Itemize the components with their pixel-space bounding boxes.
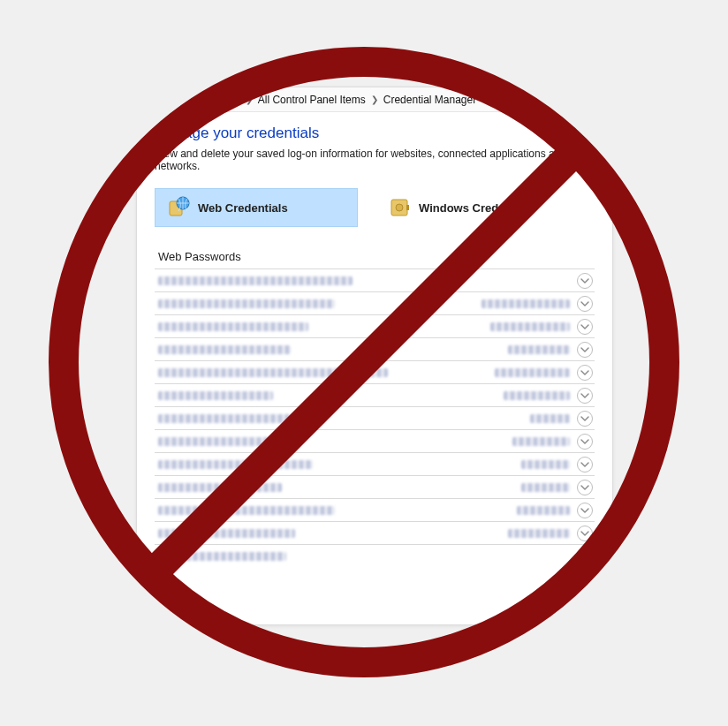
credential-site-blurred (158, 552, 286, 561)
tab-windows-label: Windows Credentials (419, 201, 535, 215)
credential-site-blurred (158, 368, 388, 377)
page-subtitle: View and delete your saved log-on inform… (155, 147, 595, 172)
chevron-right-icon: ❯ (246, 95, 253, 104)
credential-detail-blurred (482, 299, 570, 308)
credential-detail-blurred (490, 322, 570, 331)
chevron-down-icon[interactable] (577, 365, 593, 381)
credential-row[interactable] (155, 360, 595, 383)
credential-detail-blurred (530, 414, 570, 423)
svg-rect-7 (406, 205, 409, 210)
tab-web-label: Web Credentials (198, 201, 288, 215)
credential-detail-blurred (495, 368, 570, 377)
breadcrumb-item-control-panel[interactable]: Control Panel (176, 94, 240, 106)
credential-detail-blurred (517, 506, 570, 515)
credential-row[interactable] (155, 406, 595, 429)
tab-web-credentials[interactable]: Web Credentials (155, 188, 358, 227)
page-title: Manage your credentials (155, 125, 595, 142)
chevron-right-icon: ❯ (163, 95, 171, 104)
chevron-down-icon[interactable] (577, 411, 593, 427)
credential-row[interactable] (155, 544, 595, 567)
credential-site-blurred (158, 506, 335, 515)
chevron-down-icon[interactable] (577, 296, 593, 312)
credential-site-blurred (158, 529, 295, 538)
credential-row[interactable] (155, 383, 595, 406)
credential-detail-blurred (521, 460, 570, 469)
credential-row[interactable] (155, 268, 595, 291)
credential-detail-blurred (521, 483, 570, 492)
svg-rect-0 (145, 94, 157, 106)
web-passwords-list (155, 268, 595, 567)
breadcrumb-item-credential-manager[interactable]: Credential Manager (383, 94, 476, 106)
chevron-right-icon: ❯ (371, 95, 378, 104)
credential-detail-blurred (508, 345, 570, 354)
svg-point-6 (396, 204, 403, 211)
credential-row[interactable] (155, 498, 595, 521)
credential-site-blurred (158, 414, 326, 423)
chevron-down-icon[interactable] (577, 434, 593, 450)
credential-detail-blurred (504, 391, 570, 400)
credential-manager-window: ❯ Control Panel ❯ All Control Panel Item… (136, 87, 613, 625)
globe-safe-icon (168, 196, 191, 219)
credential-site-blurred (158, 345, 291, 354)
credential-row[interactable] (155, 337, 595, 360)
svg-rect-1 (147, 95, 155, 98)
breadcrumb: ❯ Control Panel ❯ All Control Panel Item… (137, 87, 612, 112)
credential-row[interactable] (155, 291, 595, 314)
chevron-down-icon[interactable] (577, 319, 593, 335)
chevron-down-icon[interactable] (577, 503, 593, 518)
credential-row[interactable] (155, 475, 595, 498)
vault-icon (389, 196, 412, 219)
credential-site-blurred (158, 322, 308, 331)
credential-row[interactable] (155, 452, 595, 475)
control-panel-icon (144, 93, 158, 107)
chevron-down-icon[interactable] (577, 457, 593, 473)
chevron-down-icon[interactable] (577, 388, 593, 404)
credential-row[interactable] (155, 521, 595, 544)
credential-site-blurred (158, 437, 291, 446)
chevron-down-icon[interactable] (577, 480, 593, 495)
breadcrumb-item-all-items[interactable]: All Control Panel Items (258, 94, 366, 106)
credential-site-blurred (158, 299, 335, 308)
tab-windows-credentials[interactable]: Windows Credentials (375, 188, 579, 227)
credential-site-blurred (158, 460, 313, 469)
chevron-down-icon[interactable] (577, 526, 593, 541)
credential-type-tabs: Web Credentials Windows Credentials (155, 188, 595, 227)
chevron-down-icon[interactable] (577, 273, 593, 289)
credential-row[interactable] (155, 429, 595, 452)
credential-site-blurred (158, 483, 282, 492)
credential-detail-blurred (508, 529, 570, 538)
credential-site-blurred (158, 276, 353, 285)
section-web-passwords-title: Web Passwords (158, 250, 595, 263)
chevron-down-icon[interactable] (577, 342, 593, 358)
credential-row[interactable] (155, 314, 595, 337)
credential-site-blurred (158, 391, 273, 400)
chevron-down-icon[interactable] (577, 548, 593, 564)
svg-rect-2 (147, 100, 155, 104)
credential-detail-blurred (512, 437, 570, 446)
